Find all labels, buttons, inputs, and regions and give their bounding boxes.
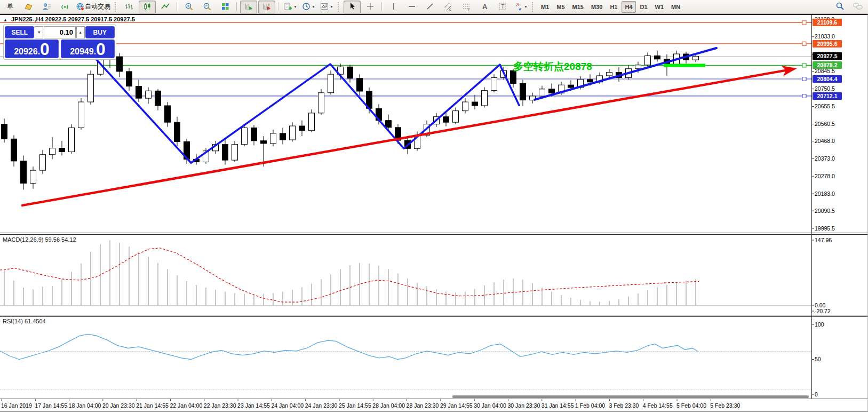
arrows-tool-button[interactable]: ▾ <box>512 1 529 13</box>
toolbar-grip[interactable] <box>115 2 118 12</box>
date-label: 22 Jan 04:00 <box>170 402 203 409</box>
search-icon[interactable] <box>835 2 845 13</box>
toolbar-separator <box>177 2 178 11</box>
blue-trendline[interactable] <box>535 48 716 100</box>
sell-price-button[interactable]: 20926.0 <box>5 39 59 58</box>
bar-chart-button[interactable] <box>121 1 138 13</box>
buy-price-button[interactable]: 20949.0 <box>61 39 115 58</box>
sell-price-int: 20926 <box>14 47 38 57</box>
date-label: 30 Jan 04:00 <box>474 402 506 409</box>
price-tick-label: 20090.5 <box>815 208 835 214</box>
timeframe-m1-button[interactable]: M1 <box>538 1 552 13</box>
zoom-in-button[interactable] <box>180 1 197 13</box>
equidistant-channel-tool-button[interactable]: E <box>440 1 457 13</box>
broadcast-button[interactable] <box>56 1 73 13</box>
text-label-tool-button[interactable]: T <box>494 1 511 13</box>
periods-dropdown-caret[interactable]: ▾ <box>312 4 314 9</box>
line-end-marker[interactable] <box>802 42 806 45</box>
timeframe-d1-button[interactable]: D1 <box>637 1 651 13</box>
timeframe-m5-button[interactable]: M5 <box>553 1 568 13</box>
price-tag: 20878.2 <box>813 61 842 69</box>
chat-icon[interactable] <box>853 2 863 13</box>
trendline-tool-button[interactable] <box>421 1 439 13</box>
bar-chart-icon <box>125 2 134 11</box>
date-label: 29 Jan 14:55 <box>440 402 473 409</box>
toolbar-grip[interactable] <box>338 2 341 12</box>
volume-decrease-button[interactable]: ▼ <box>35 26 43 38</box>
toolbar: 单 自动交易 ▾ ▾ ▾ E F A T ▾ M1 <box>0 0 868 14</box>
date-label: 21 Jan 14:55 <box>136 402 169 409</box>
timeframe-h4-button[interactable]: H4 <box>622 1 635 13</box>
rsi-indicator-label: RSI(14) 61.4504 <box>3 318 46 324</box>
date-label: 20 Jan 23:30 <box>102 402 135 409</box>
date-label: 24 Jan 23:30 <box>305 402 338 409</box>
price-tick-label: 20278.0 <box>815 173 835 179</box>
crosshair-tool-button[interactable] <box>362 1 379 13</box>
horizontal-scrollbar-thumb[interactable] <box>452 395 809 398</box>
timeframe-w1-button[interactable]: W1 <box>652 1 667 13</box>
indicators-button[interactable]: ▾ <box>282 1 299 13</box>
timeframe-mn-button[interactable]: MN <box>668 1 683 13</box>
vertical-line-tool-button[interactable] <box>385 1 402 13</box>
date-label: 5 Feb 23:30 <box>710 402 740 409</box>
new-order-icon <box>24 2 33 11</box>
price-tag: 20995.6 <box>813 40 842 47</box>
template-icon <box>320 2 329 11</box>
sell-price-big-digit: 0 <box>40 42 50 57</box>
timeframe-m15-button[interactable]: M15 <box>569 1 587 13</box>
red-trend-arrow-line[interactable] <box>22 69 794 205</box>
volume-input[interactable] <box>44 26 76 38</box>
zigzag-line[interactable] <box>96 59 519 163</box>
tile-windows-button[interactable] <box>217 1 234 13</box>
price-tick-label: 20750.5 <box>815 85 835 92</box>
volume-increase-button[interactable]: ▲ <box>76 26 85 38</box>
fibonacci-tool-button[interactable]: F <box>458 1 475 13</box>
periods-button[interactable]: ▾ <box>300 1 317 13</box>
channel-icon: E <box>444 2 453 11</box>
toolbar-grip[interactable] <box>532 2 535 12</box>
date-label: 28 Jan 23:30 <box>407 402 439 409</box>
line-end-marker[interactable] <box>802 77 806 81</box>
line-end-marker[interactable] <box>802 94 806 98</box>
chart-shift-button[interactable] <box>258 1 275 13</box>
date-label: 17 Jan 14:55 <box>35 402 67 409</box>
line-end-marker[interactable] <box>802 63 806 67</box>
text-tool-button[interactable]: A <box>476 1 493 13</box>
line-chart-button[interactable] <box>157 1 174 13</box>
new-order-button[interactable] <box>20 1 37 13</box>
profile-button[interactable] <box>38 1 55 13</box>
chart-annotation-text[interactable]: 多空转折点20878 <box>513 61 592 72</box>
horizontal-line-tool-button[interactable] <box>403 1 420 13</box>
text-label-icon: T <box>498 2 507 11</box>
templates-button[interactable]: ▾ <box>318 1 335 13</box>
buy-button[interactable]: BUY <box>85 26 115 38</box>
arrows-dropdown-caret[interactable]: ▾ <box>524 4 527 9</box>
cursor-tool-button[interactable] <box>344 1 361 13</box>
date-label: 18 Jan 04:00 <box>69 402 101 409</box>
date-label: 23 Jan 14:55 <box>237 402 270 409</box>
date-label: 25 Jan 14:55 <box>339 402 371 409</box>
sell-button[interactable]: SELL <box>5 26 34 38</box>
macd-tick-label: 147.96 <box>815 237 832 243</box>
buy-price-int: 20949 <box>70 47 94 57</box>
price-tag: 20712.1 <box>813 92 842 100</box>
autotrading-button[interactable]: 自动交易 <box>74 1 112 13</box>
zoom-out-button[interactable] <box>198 1 216 13</box>
timeframe-h1-button[interactable]: H1 <box>607 1 620 13</box>
line-end-marker[interactable] <box>802 21 806 25</box>
price-tick-label: 20373.0 <box>815 155 835 162</box>
toolbar-separator <box>278 2 279 11</box>
indicators-dropdown-caret[interactable]: ▾ <box>294 4 296 9</box>
timeframe-m30-button[interactable]: M30 <box>588 1 606 13</box>
templates-dropdown-caret[interactable]: ▾ <box>330 4 332 9</box>
clock-icon <box>302 2 311 11</box>
one-click-trading-panel: SELL ▼ ▲ BUY 20926.0 20949.0 <box>3 25 116 60</box>
menu-partial-label[interactable]: 单 <box>2 1 19 13</box>
broadcast-icon <box>60 2 69 11</box>
collapse-panel-arrow[interactable]: ▲ <box>3 18 7 22</box>
auto-scroll-button[interactable] <box>240 1 257 13</box>
svg-text:F: F <box>468 8 470 11</box>
price-tick-label: 20560.5 <box>815 121 835 127</box>
candlestick-chart-button[interactable] <box>139 1 156 13</box>
chart-canvas[interactable]: 多空转折点20878 <box>0 0 868 413</box>
